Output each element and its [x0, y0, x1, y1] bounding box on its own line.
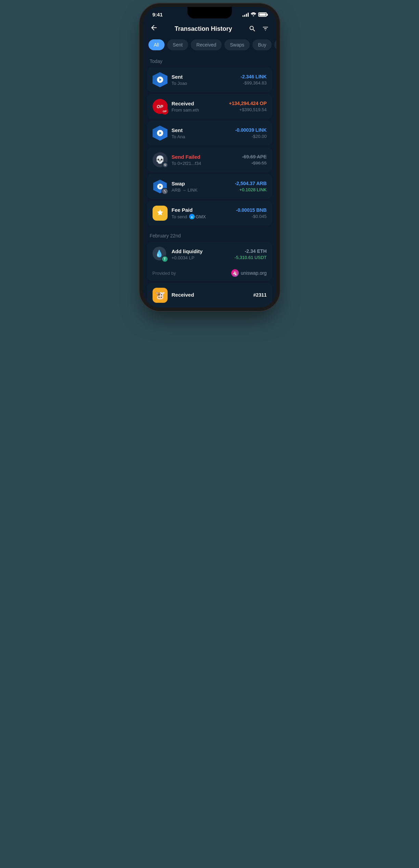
provider-info: 🦄 uniswap.org — [231, 269, 267, 277]
usdt-badge: T — [161, 256, 168, 262]
tx-icon-link — [153, 72, 168, 87]
header-actions — [249, 25, 269, 33]
tx-info: Swap ARB → LINK — [172, 181, 231, 193]
provider-name: uniswap.org — [241, 270, 267, 276]
tx-amount-primary: +134,294.424 OP — [229, 101, 266, 106]
tx-amount-primary: -69.69 APE — [242, 154, 267, 159]
status-icons — [243, 12, 267, 17]
tx-info: Send Failed To 0×2f21...f34 — [172, 154, 238, 166]
tx-icon-swap — [153, 179, 168, 194]
tx-title: Send Failed — [172, 154, 238, 160]
tx-icon-link2 — [153, 126, 168, 141]
notch — [187, 7, 232, 18]
tx-info: Fee Paid To send ▲ GMX — [172, 207, 232, 219]
tx-amounts: -2.34 ETH -5,310.61 USDT — [235, 248, 267, 260]
tx-amount-primary: -2.34 ETH — [235, 248, 267, 254]
tab-buy[interactable]: Buy — [252, 39, 272, 50]
tx-failed-ape[interactable]: 💀 Send Failed To 0×2f21...f34 -69.69 APE… — [147, 147, 272, 172]
tx-subtitle: +0.0034 LP — [172, 255, 231, 260]
tx-amounts: -69.69 APE -$96.55 — [242, 154, 267, 166]
section-february: February 22nd — [143, 230, 276, 242]
tx-amount-secondary: -$96.55 — [242, 160, 267, 166]
tx-received-2311[interactable]: 🐮 Received #2311 — [147, 283, 272, 308]
tx-title: Sent — [172, 127, 231, 133]
tx-subtitle: ARB → LINK — [172, 187, 231, 193]
tx-amounts: -0.00015 BNB -$0.045 — [236, 207, 267, 219]
tx-amounts: -0.00039 LINK -$20.00 — [235, 127, 267, 139]
tx-subtitle: To Joao — [172, 81, 237, 86]
tx-subtitle: To 0×2f21...f34 — [172, 161, 238, 166]
tx-title: Sent — [172, 74, 237, 80]
tx-amounts: -2.346 LINK -$99,364.83 — [240, 74, 266, 86]
tab-all[interactable]: All — [148, 39, 165, 50]
battery-icon — [258, 12, 267, 17]
tx-title: Add liquidity — [172, 248, 231, 254]
time: 9:41 — [153, 12, 163, 17]
tx-amount-primary: -0.00015 BNB — [236, 207, 267, 213]
tx-info: Received From sam.eth — [172, 101, 225, 113]
tx-amount-primary: -2,504.37 ARB — [235, 181, 267, 186]
phone-frame: 9:41 — [143, 7, 276, 308]
tx-title: Received — [172, 292, 249, 298]
wifi-icon — [251, 12, 256, 17]
tx-amount-primary: #2311 — [253, 292, 267, 298]
tx-title: Fee Paid — [172, 207, 232, 213]
tx-icon-op: OP OP — [153, 99, 168, 114]
tab-swaps[interactable]: Swaps — [224, 39, 250, 50]
tab-sell[interactable]: Se... — [274, 39, 276, 50]
tx-info: Received — [172, 292, 249, 299]
search-button[interactable] — [249, 25, 256, 33]
header: Transaction History — [143, 20, 276, 39]
uniswap-icon: 🦄 — [231, 269, 239, 277]
tab-received[interactable]: Received — [191, 39, 222, 50]
back-button[interactable] — [150, 24, 158, 34]
provided-by-label: Provided by — [153, 271, 176, 276]
provided-by-row: Provided by 🦄 uniswap.org — [147, 268, 272, 281]
tx-swap-arb-link[interactable]: Swap ARB → LINK -2,504.37 ARB +0.1028 LI… — [147, 174, 272, 199]
filter-button[interactable] — [262, 25, 269, 33]
tx-amount-secondary: -$0.045 — [236, 214, 267, 219]
tx-amount-primary: -2.346 LINK — [240, 74, 266, 79]
tx-fee-bnb[interactable]: Fee Paid To send ▲ GMX -0.00015 BNB -$0.… — [147, 201, 272, 225]
signal-icon — [243, 13, 249, 17]
tx-amount-primary: -0.00039 LINK — [235, 127, 267, 133]
tx-icon-bnb — [153, 206, 168, 221]
tx-title: Swap — [172, 181, 231, 186]
tx-add-liquidity[interactable]: 💧 T Add liquidity +0.0034 LP -2.34 ETH -… — [147, 242, 272, 281]
tx-title: Received — [172, 101, 225, 106]
tx-amount-secondary: -$20.00 — [235, 134, 267, 139]
tx-sent-link-ana[interactable]: Sent To Ana -0.00039 LINK -$20.00 — [147, 121, 272, 145]
tx-sent-link-joao[interactable]: Sent To Joao -2.346 LINK -$99,364.83 — [147, 67, 272, 92]
page-title: Transaction History — [174, 25, 232, 33]
gmx-icon: ▲ — [189, 214, 195, 219]
section-today: Today — [143, 56, 276, 67]
tx-info: Sent To Ana — [172, 127, 231, 139]
tx-info: Sent To Joao — [172, 74, 237, 86]
tx-amounts: #2311 — [253, 292, 267, 299]
tx-icon-received: 🐮 — [153, 288, 168, 303]
transaction-list-feb: 💧 T Add liquidity +0.0034 LP -2.34 ETH -… — [143, 242, 276, 308]
tx-subtitle: To Ana — [172, 134, 231, 139]
tab-sent[interactable]: Sent — [167, 39, 188, 50]
tx-amount-secondary: -5,310.61 USDT — [235, 255, 267, 260]
tx-amount-secondary: +0.1028 LINK — [235, 187, 267, 192]
filter-tabs: All Sent Received Swaps Buy Se... — [143, 39, 276, 56]
tx-amount-secondary: +$390,519.54 — [229, 107, 266, 112]
transaction-list: Sent To Joao -2.346 LINK -$99,364.83 OP … — [143, 67, 276, 225]
tx-icon-liquidity: 💧 T — [153, 247, 168, 262]
tx-received-op[interactable]: OP OP Received From sam.eth +134,294.424… — [147, 94, 272, 119]
tx-subtitle: From sam.eth — [172, 107, 225, 113]
tx-amounts: -2,504.37 ARB +0.1028 LINK — [235, 181, 267, 192]
tx-icon-ape: 💀 — [153, 152, 168, 167]
tx-amounts: +134,294.424 OP +$390,519.54 — [229, 101, 266, 112]
tx-subtitle: To send ▲ GMX — [172, 214, 232, 219]
tx-amount-secondary: -$99,364.83 — [240, 80, 266, 86]
